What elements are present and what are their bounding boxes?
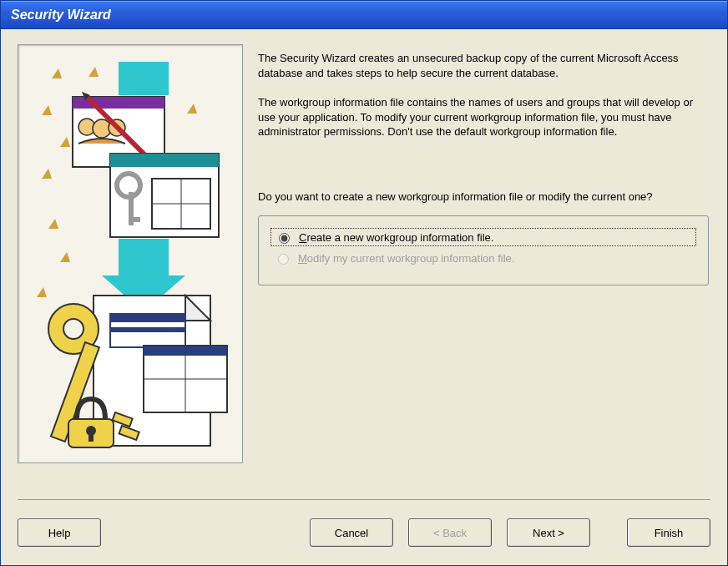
intro-paragraph-2: The workgroup information file contains … — [258, 95, 710, 139]
svg-rect-42 — [89, 432, 93, 441]
svg-marker-3 — [60, 137, 70, 147]
help-button[interactable]: Help — [18, 518, 101, 547]
svg-rect-30 — [110, 327, 185, 332]
finish-button[interactable]: Finish — [627, 518, 710, 547]
svg-rect-19 — [110, 154, 219, 167]
svg-marker-2 — [42, 105, 52, 115]
svg-rect-25 — [129, 217, 140, 222]
radio-modify-current-label: Modify my current workgroup information … — [298, 252, 514, 265]
svg-marker-7 — [60, 252, 70, 262]
svg-rect-29 — [110, 314, 185, 322]
button-bar: Help Cancel < Back Next > Finish — [1, 500, 727, 565]
next-button[interactable]: Next > — [507, 518, 590, 547]
title-bar: Security Wizard — [1, 1, 727, 29]
svg-marker-4 — [42, 169, 52, 179]
text-panel: The Security Wizard creates an unsecured… — [258, 44, 710, 488]
svg-rect-10 — [119, 62, 169, 95]
window-title: Security Wizard — [11, 8, 111, 23]
radio-create-new-label: Create a new workgroup information file. — [299, 231, 493, 244]
radio-create-new[interactable]: Create a new workgroup information file. — [270, 228, 696, 246]
svg-rect-32 — [144, 346, 227, 356]
svg-rect-26 — [119, 239, 169, 275]
back-button: < Back — [408, 518, 492, 547]
workgroup-option-group: Create a new workgroup information file.… — [258, 215, 709, 286]
svg-marker-6 — [48, 219, 58, 229]
question-text: Do you want to create a new workgroup in… — [258, 190, 710, 205]
svg-marker-1 — [88, 67, 99, 77]
intro-paragraph-1: The Security Wizard creates an unsecured… — [258, 51, 710, 80]
svg-marker-8 — [37, 287, 47, 297]
radio-modify-current: Modify my current workgroup information … — [270, 250, 696, 266]
svg-marker-0 — [52, 68, 62, 78]
content-area: The Security Wizard creates an unsecured… — [1, 29, 727, 499]
radio-modify-current-input — [278, 254, 289, 265]
svg-marker-5 — [187, 104, 197, 114]
wizard-illustration — [18, 44, 243, 463]
cancel-button[interactable]: Cancel — [310, 518, 393, 547]
svg-point-36 — [63, 319, 83, 339]
security-wizard-window: Security Wizard — [0, 0, 728, 566]
radio-create-new-input[interactable] — [279, 233, 290, 244]
